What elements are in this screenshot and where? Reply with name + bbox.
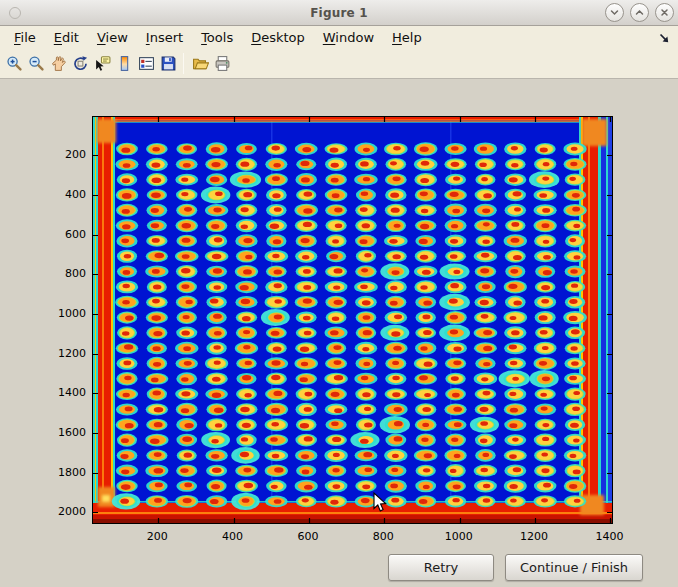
window-title: Figure 1 [310,6,368,20]
rotate-3d-icon [72,55,89,72]
x-tick-label: 400 [211,530,255,544]
close-icon [659,7,670,18]
close-button[interactable] [655,3,674,22]
figure-canvas-area: Retry Continue / Finish 2004006008001000… [0,79,678,587]
y-tick-label: 400 [38,188,86,202]
y-tick-label: 1000 [38,307,86,321]
minimize-button[interactable] [605,3,624,22]
y-tick-label: 200 [38,148,86,162]
window-menu-icon[interactable] [9,7,21,19]
plot-axes[interactable] [92,116,613,524]
data-cursor-icon [94,55,111,72]
menu-items: FileEditViewInsertToolsDesktopWindowHelp [5,28,431,47]
insert-colorbar-icon [116,55,133,72]
y-tick-label: 600 [38,228,86,242]
y-tick-label: 800 [38,267,86,281]
plate-image[interactable] [93,117,612,523]
insert-legend-button[interactable] [135,52,157,75]
y-tick-label: 1800 [38,466,86,480]
menu-tools[interactable]: Tools [192,28,242,47]
menu-edit[interactable]: Edit [45,28,88,47]
chevron-down-icon [609,7,620,18]
menu-desktop[interactable]: Desktop [242,28,314,47]
menu-insert[interactable]: Insert [137,28,192,47]
y-tick-label: 2000 [38,505,86,519]
x-tick-label: 800 [361,530,405,544]
titlebar[interactable]: Figure 1 [0,0,678,26]
retry-button[interactable]: Retry [388,554,494,581]
data-cursor-button[interactable] [91,52,113,75]
window-controls [599,3,674,22]
insert-legend-icon [138,55,155,72]
print-figure-icon [214,55,231,72]
zoom-in-icon [6,55,23,72]
menubar: FileEditViewInsertToolsDesktopWindowHelp [0,26,678,48]
menu-file[interactable]: File [5,28,45,47]
pan-button[interactable] [47,52,69,75]
dock-figure-icon[interactable] [658,30,671,43]
print-figure-button[interactable] [211,52,233,75]
zoom-out-icon [28,55,45,72]
open-file-button[interactable] [189,52,211,75]
toolbar-separator [183,53,184,74]
x-tick-label: 1200 [512,530,556,544]
menu-view[interactable]: View [88,28,137,47]
x-tick-label: 1400 [587,530,631,544]
pan-icon [50,55,67,72]
x-tick-label: 600 [286,530,330,544]
chevron-up-icon [634,7,645,18]
continue-finish-button[interactable]: Continue / Finish [505,554,643,581]
zoom-out-button[interactable] [25,52,47,75]
figure-window: Figure 1 FileEditViewInsertToolsDesktopW… [0,0,678,587]
y-tick-label: 1600 [38,426,86,440]
y-tick-label: 1400 [38,386,86,400]
maximize-button[interactable] [630,3,649,22]
zoom-in-button[interactable] [3,52,25,75]
save-figure-icon [160,55,177,72]
toolbar [0,48,678,79]
y-tick-label: 1200 [38,347,86,361]
menu-window[interactable]: Window [314,28,383,47]
save-figure-button[interactable] [157,52,179,75]
rotate-3d-button[interactable] [69,52,91,75]
x-tick-label: 200 [135,530,179,544]
insert-colorbar-button[interactable] [113,52,135,75]
open-file-icon [192,55,209,72]
menu-help[interactable]: Help [383,28,431,47]
x-tick-label: 1000 [437,530,481,544]
